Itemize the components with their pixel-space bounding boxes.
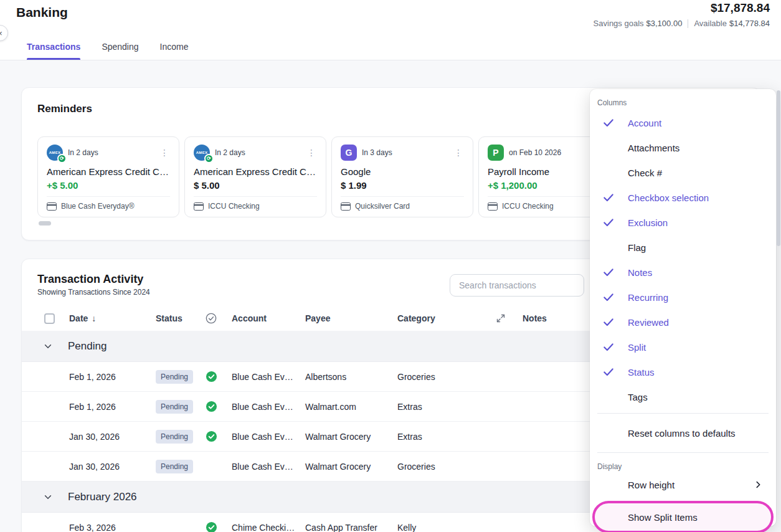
kebab-menu-icon[interactable]: ⋮ — [159, 148, 170, 158]
tab-income[interactable]: Income — [160, 34, 189, 60]
credit-card-icon — [488, 202, 498, 211]
search-input[interactable] — [450, 274, 584, 297]
sort-desc-icon[interactable]: ↓ — [92, 313, 96, 323]
column-header-category[interactable]: Category — [397, 313, 496, 323]
credit-card-icon — [194, 202, 204, 211]
reminder-amount: $ 5.00 — [194, 180, 317, 191]
select-all-checkbox[interactable] — [44, 313, 55, 324]
reminder-payee: American Express Credit C… — [47, 166, 170, 177]
menu-item-notes[interactable]: Notes — [590, 260, 776, 285]
status-badge: Pending — [156, 400, 193, 414]
menu-item-exclusion[interactable]: Exclusion — [590, 210, 776, 235]
reminder-card-row: AMEX ⟳ In 2 days ⋮ American Express Cred… — [37, 136, 620, 217]
cell-category: Groceries — [397, 462, 496, 472]
chevron-right-icon — [754, 480, 762, 489]
vertical-scrollbar-thumb[interactable] — [777, 90, 780, 246]
check-icon — [602, 291, 615, 303]
banking-page: Banking $17,878.84 Savings goals $3,100.… — [0, 0, 781, 532]
check-icon — [602, 366, 615, 378]
menu-item-status[interactable]: Status — [590, 359, 776, 384]
recurring-icon: ⟳ — [57, 154, 67, 163]
reminder-account: ICCU Checking — [208, 202, 260, 211]
status-badge: Pending — [156, 430, 193, 444]
reminder-card[interactable]: AMEX ⟳ In 2 days ⋮ American Express Cred… — [37, 136, 179, 217]
cell-payee: Walmart Grocery — [305, 462, 397, 472]
divider — [688, 19, 688, 28]
chevron-down-icon[interactable] — [44, 342, 52, 351]
kebab-menu-icon[interactable]: ⋮ — [306, 148, 317, 158]
cell-payee: Albertsons — [305, 372, 397, 382]
menu-item-account[interactable]: Account — [590, 110, 776, 135]
column-header-date[interactable]: Date ↓ — [69, 313, 156, 323]
menu-item-attachments[interactable]: Attachments — [590, 135, 776, 160]
reminder-card[interactable]: AMEX ⟳ In 2 days ⋮ American Express Cred… — [184, 136, 326, 217]
cell-date: Jan 30, 2026 — [69, 432, 156, 442]
cell-payee: Walmart Grocery — [305, 432, 397, 442]
cell-date: Feb 3, 2026 — [69, 523, 156, 532]
reminder-payee: American Express Credit C… — [194, 166, 317, 177]
reset-columns-button[interactable]: Reset columns to defaults — [590, 417, 776, 449]
horizontal-scrollbar-thumb[interactable] — [39, 221, 51, 226]
columns-menu-popup: Columns Account Attachments Check # Chec… — [590, 89, 776, 526]
amex-logo-icon: AMEX ⟳ — [47, 145, 63, 161]
check-icon — [602, 341, 615, 353]
cell-account: Blue Cash Ev… — [232, 402, 305, 412]
reminder-card[interactable]: G In 3 days ⋮ Google $ 1.99 Quicksilver … — [331, 136, 473, 217]
cell-category: Extras — [397, 402, 496, 412]
column-header-status[interactable]: Status — [156, 313, 206, 323]
credit-card-icon — [341, 202, 351, 211]
kebab-menu-icon[interactable]: ⋮ — [453, 148, 464, 158]
menu-item-check-number[interactable]: Check # — [590, 160, 776, 185]
check-icon — [602, 266, 615, 278]
group-label: Pending — [68, 340, 107, 353]
tab-bar: Transactions Spending Income — [16, 34, 199, 60]
reminder-amount: $ 1.99 — [341, 180, 464, 191]
divider — [597, 452, 769, 453]
group-label: February 2026 — [68, 491, 137, 503]
balance-subline: Savings goals $3,100.00 Available $14,77… — [594, 19, 770, 28]
reviewed-check-icon — [206, 430, 217, 442]
check-icon — [602, 116, 615, 129]
cell-date: Feb 1, 2026 — [69, 402, 156, 412]
available-label: Available — [694, 19, 727, 28]
tab-spending[interactable]: Spending — [102, 34, 138, 60]
column-header-payee[interactable]: Payee — [305, 313, 397, 323]
menu-item-checkbox-selection[interactable]: Checkbox selection — [590, 185, 776, 210]
savings-goals-label: Savings goals — [594, 19, 644, 28]
show-split-items-menu-item[interactable]: Show Split Items — [592, 501, 774, 532]
reminder-payee: Google — [341, 166, 464, 177]
status-badge: Pending — [156, 460, 193, 473]
menu-item-flag[interactable]: Flag — [590, 235, 776, 260]
top-bar: Banking $17,878.84 Savings goals $3,100.… — [0, 0, 781, 60]
columns-menu-list: Account Attachments Check # Checkbox sel… — [590, 110, 776, 409]
reviewed-check-icon — [206, 371, 217, 382]
menu-item-split[interactable]: Split — [590, 335, 776, 359]
activity-subtitle: Showing Transactions Since 2024 — [37, 288, 150, 297]
reminder-account: Blue Cash Everyday® — [61, 202, 135, 211]
cell-account: Blue Cash Ev… — [232, 372, 305, 382]
balance-summary: $17,878.84 Savings goals $3,100.00 Avail… — [594, 1, 770, 28]
due-badge: In 2 days — [68, 148, 98, 157]
cell-category: Kelly — [397, 523, 496, 532]
due-badge: In 2 days — [215, 148, 245, 157]
menu-item-tags[interactable]: Tags — [590, 384, 776, 409]
activity-title: Transaction Activity — [37, 273, 143, 286]
chevron-down-icon[interactable] — [44, 493, 52, 501]
credit-card-icon — [47, 202, 57, 211]
display-section-label: Display — [597, 462, 776, 471]
reminder-account: Quicksilver Card — [355, 202, 410, 211]
total-balance: $17,878.84 — [594, 1, 770, 15]
check-icon — [602, 216, 615, 229]
menu-item-recurring[interactable]: Recurring — [590, 285, 776, 310]
page-title: Banking — [16, 5, 68, 20]
reviewed-check-icon — [206, 401, 217, 412]
cell-category: Extras — [397, 432, 496, 442]
row-height-menu-item[interactable]: Row height — [590, 472, 776, 497]
cell-category: Groceries — [397, 372, 496, 382]
cell-account: Blue Cash Ev… — [232, 432, 305, 442]
reviewed-check-icon — [206, 521, 217, 532]
menu-item-reviewed[interactable]: Reviewed — [590, 310, 776, 335]
column-header-account[interactable]: Account — [232, 313, 305, 323]
tab-transactions[interactable]: Transactions — [27, 34, 80, 60]
due-badge: on Feb 10 2026 — [509, 148, 561, 157]
